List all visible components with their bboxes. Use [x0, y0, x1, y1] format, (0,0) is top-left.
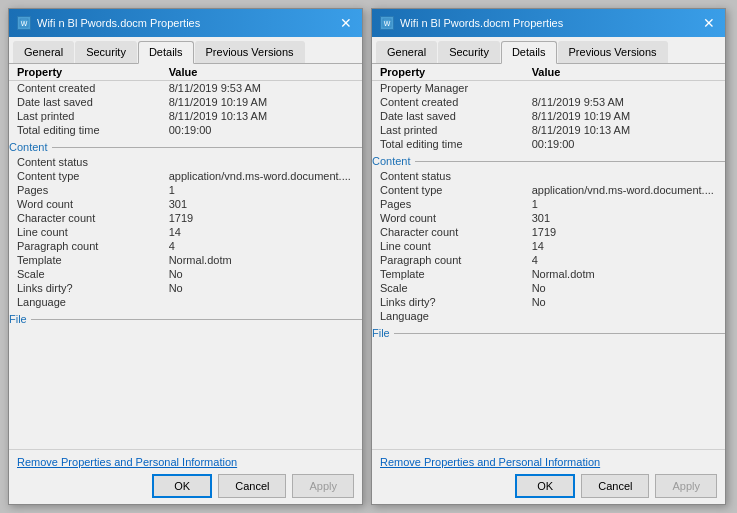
- content-2: Property Value Property Manager Content …: [372, 64, 725, 449]
- row-linksdirty-1: Links dirty? No: [9, 281, 362, 295]
- ok-button-2[interactable]: OK: [515, 474, 575, 498]
- row-wordcount-1: Word count 301: [9, 197, 362, 211]
- footer-2: Remove Properties and Personal Informati…: [372, 449, 725, 504]
- col-value-2: Value: [532, 66, 561, 78]
- section-file-1: File: [9, 309, 362, 327]
- content-1: Property Value Content created 8/11/2019…: [9, 64, 362, 449]
- tab-prevver-2[interactable]: Previous Versions: [558, 41, 668, 63]
- row-scale-2: Scale No: [372, 281, 725, 295]
- row-charcount-2: Character count 1719: [372, 225, 725, 239]
- row-scale-1: Scale No: [9, 267, 362, 281]
- row-linecount-2: Line count 14: [372, 239, 725, 253]
- app-icon-2: W: [380, 16, 394, 30]
- dialog-2: W Wifi n Bl Pwords.docm Properties ✕ Gen…: [371, 8, 726, 505]
- row-property-manager-2: Property Manager: [372, 81, 725, 95]
- row-charcount-1: Character count 1719: [9, 211, 362, 225]
- tab-bar-1: General Security Details Previous Versio…: [9, 37, 362, 64]
- dialog-1: W Wifi n Bl Pwords.docm Properties ✕ Gen…: [8, 8, 363, 505]
- row-date-saved-1: Date last saved 8/11/2019 10:19 AM: [9, 95, 362, 109]
- tab-security-1[interactable]: Security: [75, 41, 137, 63]
- dialog-title-1: Wifi n Bl Pwords.docm Properties: [37, 17, 200, 29]
- row-pages-2: Pages 1: [372, 197, 725, 211]
- row-wordcount-2: Word count 301: [372, 211, 725, 225]
- col-property-2: Property: [380, 66, 532, 78]
- row-pages-1: Pages 1: [9, 183, 362, 197]
- app-icon-1: W: [17, 16, 31, 30]
- row-content-created-1: Content created 8/11/2019 9:53 AM: [9, 81, 362, 95]
- table-header-2: Property Value: [372, 64, 725, 81]
- row-linksdirty-2: Links dirty? No: [372, 295, 725, 309]
- apply-button-2[interactable]: Apply: [655, 474, 717, 498]
- footer-buttons-1: OK Cancel Apply: [17, 474, 354, 498]
- tab-general-1[interactable]: General: [13, 41, 74, 63]
- row-template-2: Template Normal.dotm: [372, 267, 725, 281]
- row-total-editing-1: Total editing time 00:19:00: [9, 123, 362, 137]
- title-bar-1: W Wifi n Bl Pwords.docm Properties ✕: [9, 9, 362, 37]
- remove-properties-link-2[interactable]: Remove Properties and Personal Informati…: [380, 456, 717, 468]
- tab-details-1[interactable]: Details: [138, 41, 194, 64]
- row-content-created-2: Content created 8/11/2019 9:53 AM: [372, 95, 725, 109]
- section-content-1: Content: [9, 137, 362, 155]
- row-language-2: Language: [372, 309, 725, 323]
- footer-buttons-2: OK Cancel Apply: [380, 474, 717, 498]
- dialog-title-2: Wifi n Bl Pwords.docm Properties: [400, 17, 563, 29]
- col-value-1: Value: [169, 66, 198, 78]
- tab-prevver-1[interactable]: Previous Versions: [195, 41, 305, 63]
- footer-1: Remove Properties and Personal Informati…: [9, 449, 362, 504]
- row-content-type-2: Content type application/vnd.ms-word.doc…: [372, 183, 725, 197]
- property-table-1[interactable]: Property Value Content created 8/11/2019…: [9, 64, 362, 449]
- svg-text:W: W: [21, 20, 28, 27]
- row-paragraphcount-2: Paragraph count 4: [372, 253, 725, 267]
- row-paragraphcount-1: Paragraph count 4: [9, 239, 362, 253]
- col-property-1: Property: [17, 66, 169, 78]
- tab-general-2[interactable]: General: [376, 41, 437, 63]
- row-content-status-1: Content status: [9, 155, 362, 169]
- tab-security-2[interactable]: Security: [438, 41, 500, 63]
- row-total-editing-2: Total editing time 00:19:00: [372, 137, 725, 151]
- close-button-1[interactable]: ✕: [338, 15, 354, 31]
- title-bar-2: W Wifi n Bl Pwords.docm Properties ✕: [372, 9, 725, 37]
- row-date-saved-2: Date last saved 8/11/2019 10:19 AM: [372, 109, 725, 123]
- remove-properties-link-1[interactable]: Remove Properties and Personal Informati…: [17, 456, 354, 468]
- ok-button-1[interactable]: OK: [152, 474, 212, 498]
- cancel-button-2[interactable]: Cancel: [581, 474, 649, 498]
- section-file-2: File: [372, 323, 725, 341]
- row-language-1: Language: [9, 295, 362, 309]
- property-table-2[interactable]: Property Value Property Manager Content …: [372, 64, 725, 449]
- svg-text:W: W: [384, 20, 391, 27]
- row-linecount-1: Line count 14: [9, 225, 362, 239]
- close-button-2[interactable]: ✕: [701, 15, 717, 31]
- row-content-type-1: Content type application/vnd.ms-word.doc…: [9, 169, 362, 183]
- tab-details-2[interactable]: Details: [501, 41, 557, 64]
- row-template-1: Template Normal.dotm: [9, 253, 362, 267]
- row-last-printed-2: Last printed 8/11/2019 10:13 AM: [372, 123, 725, 137]
- row-content-status-2: Content status: [372, 169, 725, 183]
- tab-bar-2: General Security Details Previous Versio…: [372, 37, 725, 64]
- table-header-1: Property Value: [9, 64, 362, 81]
- row-last-printed-1: Last printed 8/11/2019 10:13 AM: [9, 109, 362, 123]
- apply-button-1[interactable]: Apply: [292, 474, 354, 498]
- section-content-2: Content: [372, 151, 725, 169]
- cancel-button-1[interactable]: Cancel: [218, 474, 286, 498]
